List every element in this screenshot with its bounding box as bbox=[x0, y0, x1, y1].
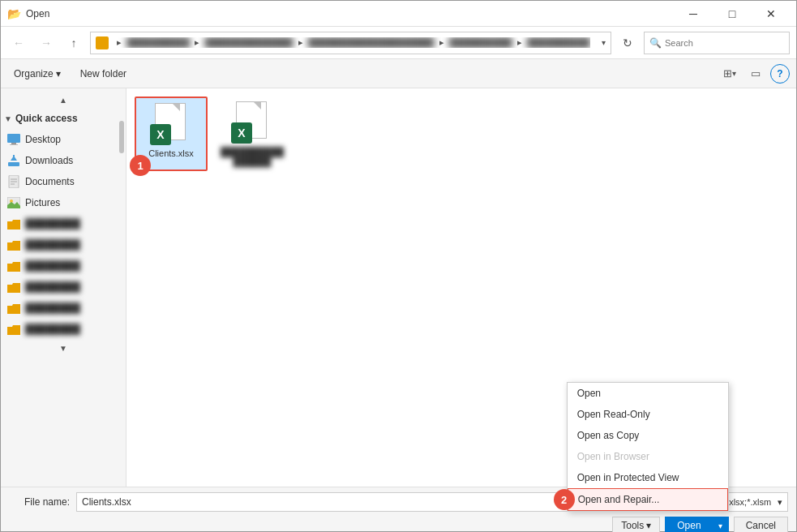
sidebar: ▲ ▼ Quick access Desktop 📌 Download bbox=[1, 88, 126, 487]
svg-rect-5 bbox=[13, 155, 15, 161]
cancel-button[interactable]: Cancel bbox=[734, 517, 788, 532]
sidebar-documents-label: Documents bbox=[25, 176, 75, 187]
view-arrow: ▾ bbox=[732, 69, 736, 78]
open-dropdown-button[interactable]: ▾ bbox=[713, 517, 729, 532]
step-1-badge: 1 bbox=[130, 155, 151, 176]
svg-rect-0 bbox=[7, 134, 20, 143]
help-button[interactable]: ? bbox=[770, 64, 790, 84]
preview-pane-button[interactable]: ▭ bbox=[744, 62, 767, 85]
sidebar-folder1-label: ████████ bbox=[25, 218, 80, 230]
folder5-icon bbox=[7, 302, 20, 315]
search-input[interactable] bbox=[665, 38, 762, 48]
filename-label: File name: bbox=[9, 496, 70, 508]
sidebar-folder4-label: ████████ bbox=[25, 281, 80, 293]
sidebar-folder3-label: ████████ bbox=[25, 260, 80, 272]
filetype-arrow-icon: ▾ bbox=[778, 497, 782, 508]
filename-input[interactable] bbox=[76, 492, 632, 512]
downloads-icon bbox=[7, 154, 20, 167]
dropdown-open-protected[interactable]: Open in Protected View bbox=[568, 467, 728, 488]
search-box[interactable]: 🔍 bbox=[644, 32, 790, 54]
refresh-button[interactable]: ↻ bbox=[616, 32, 639, 54]
open-dropdown-menu: Open Open Read-Only Open as Copy Open in… bbox=[567, 382, 729, 512]
svg-rect-1 bbox=[11, 143, 16, 144]
pane-icon: ▭ bbox=[751, 67, 761, 79]
open-dropdown-arrow-icon: ▾ bbox=[718, 521, 722, 530]
address-bar[interactable]: ▸ ██████████ ▸ ██████████████ ▸ ████████… bbox=[90, 32, 611, 54]
folder4-icon bbox=[7, 281, 20, 294]
forward-button[interactable]: → bbox=[35, 32, 58, 54]
quick-access-chevron: ▼ bbox=[4, 114, 12, 123]
back-button[interactable]: ← bbox=[7, 32, 30, 54]
open-button-container: 2 Open ▾ Open Open Read-Only Open as Cop… bbox=[665, 517, 728, 532]
sidebar-item-desktop[interactable]: Desktop 📌 bbox=[1, 129, 126, 150]
window-icon: 📂 bbox=[7, 7, 21, 20]
sidebar-desktop-label: Desktop bbox=[25, 134, 61, 145]
file2-filename: ██████████ ██████ bbox=[221, 147, 284, 166]
file-item-2[interactable]: X ██████████ ██████ bbox=[216, 97, 289, 171]
doc-fold bbox=[173, 104, 180, 111]
command-toolbar: Organize ▾ New folder ⊞ ▾ ▭ ? bbox=[1, 59, 796, 88]
actions-row: Tools ▾ 2 Open ▾ Open Open Read-Only Ope… bbox=[9, 517, 788, 532]
sidebar-item-folder1[interactable]: ████████ 📌 bbox=[1, 213, 126, 234]
sidebar-item-pictures[interactable]: Pictures 📌 bbox=[1, 192, 126, 213]
sidebar-item-downloads[interactable]: Downloads 📌 bbox=[1, 150, 126, 171]
sidebar-item-folder2[interactable]: ████████ 📌 bbox=[1, 234, 126, 255]
tools-button[interactable]: Tools ▾ bbox=[612, 517, 660, 532]
sidebar-quick-access-header[interactable]: ▼ Quick access bbox=[1, 108, 126, 129]
step-2-badge: 2 bbox=[554, 489, 575, 510]
navigation-toolbar: ← → ↑ ▸ ██████████ ▸ ██████████████ ▸ ██… bbox=[1, 27, 796, 59]
svg-rect-3 bbox=[8, 162, 19, 166]
excel-badge: X bbox=[150, 124, 171, 145]
svg-rect-2 bbox=[10, 144, 18, 145]
dropdown-open-browser: Open in Browser bbox=[568, 446, 728, 467]
file2-icon: X bbox=[231, 101, 273, 144]
dropdown-open-repair[interactable]: Open and Repair... bbox=[568, 488, 728, 511]
toolbar-right: ⊞ ▾ ▭ ? bbox=[718, 62, 790, 85]
open-main-button[interactable]: Open bbox=[665, 517, 712, 532]
folder1-icon bbox=[7, 217, 20, 230]
file-grid: X Clients.xlsx 1 X bbox=[135, 97, 788, 171]
search-icon: 🔍 bbox=[649, 37, 662, 49]
doc-fold-2 bbox=[254, 102, 261, 109]
folder-icon bbox=[96, 36, 109, 49]
close-button[interactable]: ✕ bbox=[752, 1, 790, 27]
up-button[interactable]: ↑ bbox=[62, 32, 85, 54]
folder6-icon bbox=[7, 323, 20, 336]
sidebar-item-folder4[interactable]: ████████ 📌 bbox=[1, 277, 126, 298]
scroll-down-button[interactable]: ▼ bbox=[1, 340, 126, 356]
address-text: ▸ ██████████ ▸ ██████████████ ▸ ████████… bbox=[112, 37, 590, 48]
sidebar-folder6-label: ████████ bbox=[25, 324, 80, 335]
window-controls: ─ □ ✕ bbox=[675, 1, 790, 27]
scroll-up-button[interactable]: ▲ bbox=[1, 92, 126, 108]
sidebar-pictures-label: Pictures bbox=[25, 197, 60, 208]
maximize-button[interactable]: □ bbox=[713, 1, 751, 27]
pictures-icon bbox=[7, 196, 20, 209]
sidebar-item-folder5[interactable]: ████████ 📌 bbox=[1, 298, 126, 319]
clients-file-icon: X bbox=[150, 103, 192, 145]
sidebar-item-folder3[interactable]: ████████ 📌 bbox=[1, 255, 126, 277]
window-title: Open bbox=[26, 8, 675, 19]
address-dropdown-arrow[interactable]: ▾ bbox=[602, 38, 606, 47]
new-folder-button[interactable]: New folder bbox=[74, 66, 133, 82]
organize-arrow-icon: ▾ bbox=[56, 68, 61, 79]
file-item-clients[interactable]: X Clients.xlsx 1 bbox=[135, 97, 208, 171]
dropdown-open-readonly[interactable]: Open Read-Only bbox=[568, 404, 728, 425]
sidebar-item-folder6[interactable]: ████████ 📌 bbox=[1, 319, 126, 340]
dropdown-open[interactable]: Open bbox=[568, 383, 728, 404]
documents-icon bbox=[7, 175, 20, 188]
title-bar: 📂 Open ─ □ ✕ bbox=[1, 1, 796, 27]
sidebar-folder2-label: ████████ bbox=[25, 239, 80, 251]
minimize-button[interactable]: ─ bbox=[675, 1, 712, 27]
folder2-icon bbox=[7, 238, 20, 251]
excel-letter-2: X bbox=[238, 127, 245, 139]
bottom-bar: File name: All Excel Files (*.xl*;*.xlsx… bbox=[1, 487, 796, 531]
organize-button[interactable]: Organize ▾ bbox=[7, 66, 67, 82]
dropdown-open-copy[interactable]: Open as Copy bbox=[568, 425, 728, 446]
folder3-icon bbox=[7, 260, 20, 272]
view-options-button[interactable]: ⊞ ▾ bbox=[718, 62, 741, 85]
sidebar-item-documents[interactable]: Documents 📌 bbox=[1, 171, 126, 192]
tools-arrow-icon: ▾ bbox=[646, 520, 651, 531]
sidebar-folder5-label: ████████ bbox=[25, 302, 80, 314]
desktop-icon bbox=[7, 133, 20, 146]
sidebar-scrollbar-thumb[interactable] bbox=[119, 121, 124, 153]
